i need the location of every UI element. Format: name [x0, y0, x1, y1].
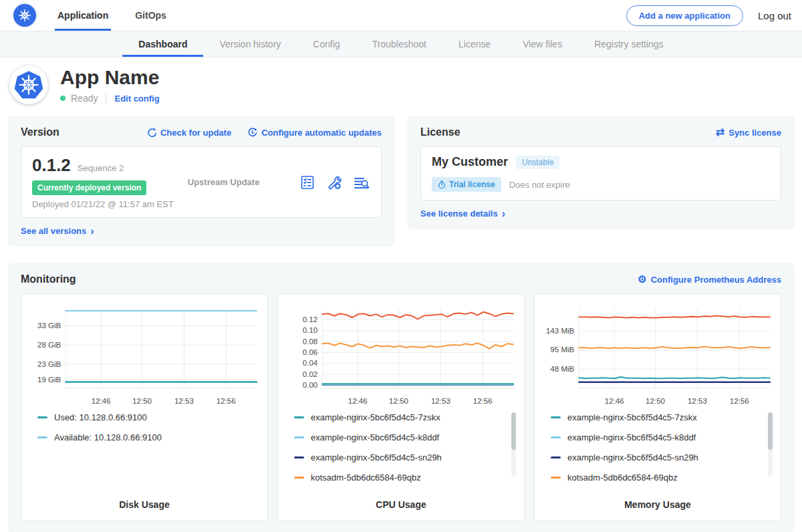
chevron-right-icon: ›	[90, 228, 94, 235]
cpu-usage-chart-title: CPU Usage	[283, 493, 519, 514]
license-card: License ⇄ Sync license My Customer Unsta…	[408, 116, 794, 229]
cpu-usage-chart-card: 12:4612:5012:5312:560.120.100.080.060.04…	[277, 293, 525, 521]
svg-text:12:53: 12:53	[688, 397, 707, 405]
monitoring-card: Monitoring ⚙ Configure Prometheus Addres…	[8, 263, 794, 532]
legend-label: example-nginx-5bc6f5d4c5-k8ddf	[567, 432, 696, 442]
check-for-update-link[interactable]: Check for update	[146, 128, 231, 138]
memory-usage-svg: 12:4612:5012:5312:56143 MiB95 MiB48 MiB	[540, 302, 775, 410]
version-source-label: Upstream Update	[188, 177, 299, 187]
legend-scrollbar-thumb[interactable]	[511, 412, 516, 450]
header-spacer	[190, 0, 626, 31]
status-divider	[106, 94, 106, 103]
config-wrench-icon[interactable]	[326, 174, 342, 190]
disk-usage-chart-title: Disk Usage	[27, 493, 262, 514]
deployed-version-badge: Currently deployed version	[32, 180, 146, 195]
configure-automatic-updates-label: Configure automatic updates	[261, 128, 382, 138]
deploy-logs-icon[interactable]	[353, 174, 370, 190]
legend-item: example-nginx-5bc6f5d4c5-sn29h	[294, 452, 507, 462]
legend-item: Available: 10.128.0.66:9100	[37, 432, 250, 442]
svg-text:33 GiB: 33 GiB	[37, 321, 61, 329]
version-card: Version Check for update	[8, 116, 394, 246]
see-all-versions-link[interactable]: See all versions ›	[21, 226, 94, 236]
legend-color-dash	[294, 416, 304, 418]
svg-text:143 MiB: 143 MiB	[546, 327, 575, 335]
svg-text:0.02: 0.02	[303, 370, 317, 378]
svg-text:12:53: 12:53	[174, 397, 194, 405]
app-header: App Name Ready Edit config	[0, 57, 802, 111]
legend-color-dash	[294, 456, 304, 458]
svg-text:12:46: 12:46	[348, 397, 368, 405]
configure-prometheus-link[interactable]: ⚙ Configure Prometheus Address	[638, 275, 781, 285]
check-for-update-label: Check for update	[160, 128, 231, 138]
stopwatch-icon	[438, 180, 446, 189]
disk-usage-chart-card: 12:4612:5012:5312:5633 GiB28 GiB23 GiB19…	[21, 293, 268, 521]
svg-text:23 GiB: 23 GiB	[37, 360, 61, 368]
ready-status-dot	[60, 96, 65, 101]
svg-text:95 MiB: 95 MiB	[550, 346, 574, 354]
legend-scrollbar-thumb[interactable]	[768, 412, 773, 450]
legend-scrollbar-track[interactable]	[768, 412, 773, 477]
legend-scrollbar-track[interactable]	[511, 412, 516, 477]
refresh-icon	[146, 128, 156, 138]
preflight-checks-icon[interactable]	[299, 174, 315, 190]
version-action-icons	[299, 174, 370, 190]
see-license-details-label: See license details	[420, 209, 498, 219]
svg-text:12:56: 12:56	[473, 397, 493, 405]
legend-color-dash	[551, 436, 561, 438]
configure-automatic-updates-link[interactable]: Configure automatic updates	[247, 128, 382, 138]
svg-text:12:56: 12:56	[217, 397, 236, 405]
svg-text:0.10: 0.10	[303, 326, 317, 334]
nav-tab-gitops[interactable]: GitOps	[132, 0, 169, 31]
chevron-right-icon: ›	[502, 211, 505, 217]
logout-button[interactable]: Log out	[758, 10, 791, 21]
svg-text:12:50: 12:50	[646, 397, 665, 405]
kubernetes-logo[interactable]	[13, 0, 36, 31]
top-cards-row: Version Check for update	[8, 116, 794, 246]
deployed-timestamp: Deployed 01/21/22 @ 11:57 am EST	[32, 199, 188, 209]
version-card-header: Version Check for update	[21, 126, 382, 138]
gear-icon: ⚙	[638, 275, 646, 284]
license-card-title: License	[420, 126, 460, 138]
svg-text:19 GiB: 19 GiB	[37, 376, 61, 384]
tab-dashboard[interactable]: Dashboard	[122, 31, 203, 57]
legend-item: example-nginx-5bc6f5d4c5-7zskx	[294, 412, 507, 422]
series-line	[322, 312, 513, 319]
channel-badge: Unstable	[516, 156, 559, 169]
svg-text:28 GiB: 28 GiB	[37, 341, 61, 349]
series-line	[579, 377, 770, 378]
see-all-versions-label: See all versions	[21, 226, 86, 236]
version-info: 0.1.2 Sequence 2 Currently deployed vers…	[32, 155, 188, 209]
nav-tab-application[interactable]: Application	[55, 0, 111, 31]
legend-item: example-nginx-5bc6f5d4c5-k8ddf	[294, 432, 507, 442]
svg-text:0.06: 0.06	[303, 348, 317, 356]
monitoring-header: Monitoring ⚙ Configure Prometheus Addres…	[21, 273, 781, 285]
cpu-usage-legend: example-nginx-5bc6f5d4c5-7zskxexample-ng…	[283, 410, 519, 493]
tab-registry-settings[interactable]: Registry settings	[578, 31, 679, 57]
edit-config-link[interactable]: Edit config	[114, 94, 159, 104]
svg-text:12:50: 12:50	[389, 397, 408, 405]
add-application-button[interactable]: Add a new application	[626, 5, 743, 26]
legend-label: example-nginx-5bc6f5d4c5-k8ddf	[311, 432, 439, 442]
license-card-header: License ⇄ Sync license	[420, 126, 781, 138]
see-license-details-link[interactable]: See license details ›	[420, 209, 505, 219]
series-line	[579, 346, 770, 348]
tab-troubleshoot[interactable]: Troubleshoot	[356, 31, 442, 57]
tab-config[interactable]: Config	[297, 31, 356, 57]
legend-color-dash	[551, 416, 561, 418]
version-number: 0.1.2	[32, 155, 71, 176]
svg-text:0.12: 0.12	[303, 315, 317, 323]
trial-license-label: Trial license	[449, 180, 495, 189]
trial-license-badge: Trial license	[432, 177, 501, 192]
sync-license-link[interactable]: ⇄ Sync license	[716, 128, 781, 138]
license-expiry: Does not expire	[509, 180, 570, 190]
tab-view-files[interactable]: View files	[507, 31, 578, 57]
tab-version-history[interactable]: Version history	[203, 31, 297, 57]
series-line	[579, 315, 770, 317]
legend-label: kotsadm-5db6dc6584-69qbz	[567, 473, 678, 483]
legend-color-dash	[294, 436, 304, 438]
legend-label: example-nginx-5bc6f5d4c5-sn29h	[311, 452, 442, 462]
dashboard-content: Version Check for update	[0, 111, 802, 532]
tab-license[interactable]: License	[442, 31, 507, 57]
memory-usage-chart-card: 12:4612:5012:5312:56143 MiB95 MiB48 MiB …	[534, 293, 781, 521]
legend-color-dash	[37, 436, 47, 438]
